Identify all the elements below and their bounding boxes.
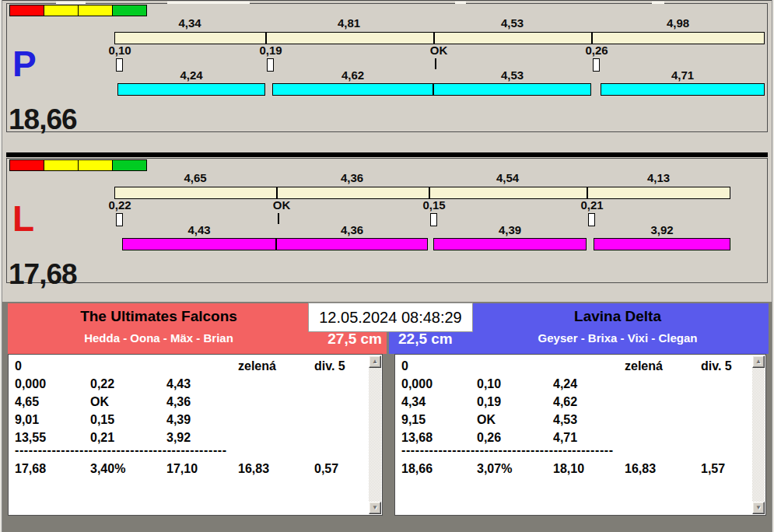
table-cell: zelená	[238, 359, 276, 373]
table-cell: div. 5	[701, 359, 732, 373]
table-cell: 4,34	[401, 395, 426, 409]
lane-divider	[6, 152, 768, 157]
window-chrome-fragment	[455, 2, 466, 4]
lane-bars: 4,654,364,544,130,22OK0,150,214,434,364,…	[7, 159, 767, 282]
window-frame-left	[0, 0, 2, 532]
start-delay-label: 0,10	[96, 44, 143, 56]
result-table: 0zelenádiv. 50,0000,224,434,65OK4,369,01…	[9, 355, 368, 515]
window-chrome-fragment	[167, 2, 250, 4]
dog-time-bar	[117, 83, 265, 96]
window-chrome	[0, 0, 774, 3]
summary-cell: 0,57	[314, 462, 338, 476]
start-delay-label: OK	[415, 44, 462, 56]
table-cell: 4,39	[166, 413, 191, 427]
dog-time-label: 4,71	[601, 69, 765, 81]
dog-time-bar	[122, 238, 276, 250]
summary-cell: 1,57	[701, 462, 725, 476]
start-delay-label: 0,19	[247, 44, 294, 56]
table-cell: 0,000	[401, 377, 433, 391]
results-table-panel: 0zelenádiv. 50,0000,104,244,340,194,629,…	[394, 354, 766, 516]
table-cell: 0,15	[90, 413, 114, 427]
results-table-panel: 0zelenádiv. 50,0000,224,434,65OK4,369,01…	[8, 354, 383, 516]
jump-height-badge: 27,5 cm	[327, 331, 382, 348]
split-time-label: 4,13	[587, 172, 730, 184]
lane-letter: L	[12, 201, 34, 236]
split-progress-bar	[114, 32, 765, 44]
dog-time-bar	[433, 83, 591, 96]
split-time-label: 4,81	[265, 17, 433, 29]
dog-time-bar	[272, 83, 433, 96]
summary-cell: 17,68	[15, 462, 46, 476]
results-area: The Ultimates Falcons Hedda - Oona - Mäx…	[0, 302, 774, 532]
scroll-up-button[interactable]: ▲	[752, 355, 765, 368]
dog-time-label: 4,36	[276, 224, 428, 236]
table-cell: 4,36	[166, 395, 191, 409]
ok-marker	[278, 213, 279, 224]
start-delay-label: OK	[258, 199, 305, 211]
split-time-label: 4,98	[591, 17, 765, 29]
start-delay-label: 0,26	[573, 44, 620, 56]
vertical-scrollbar[interactable]: ▲ ▼	[752, 355, 765, 514]
table-cell: 4,24	[553, 377, 577, 391]
table-cell: 0,22	[90, 377, 114, 391]
start-delay-label: 0,21	[569, 199, 615, 211]
vertical-scrollbar[interactable]: ▲ ▼	[369, 355, 381, 514]
table-cell: 4,71	[553, 431, 577, 445]
ok-marker	[435, 58, 436, 69]
table-cell: 0,21	[90, 431, 114, 445]
split-tick	[276, 187, 278, 198]
dog-time-label: 4,24	[117, 69, 265, 81]
window-chrome-fragment	[652, 2, 664, 4]
summary-cell: 18,66	[401, 462, 433, 476]
table-cell: 0,19	[477, 395, 501, 409]
table-cell: 4,62	[553, 395, 577, 409]
scroll-up-button[interactable]: ▲	[369, 355, 381, 368]
lane-panel-l: L 4,654,364,544,130,22OK0,150,214,434,36…	[6, 158, 768, 283]
dog-time-bar	[276, 238, 428, 250]
table-cell: 0,26	[477, 431, 501, 445]
split-time-label: 4,34	[114, 17, 265, 29]
dog-time-label: 4,53	[433, 69, 591, 81]
split-time-label: 4,53	[433, 17, 591, 29]
split-tick	[587, 187, 588, 198]
summary-cell: 17,10	[166, 462, 198, 476]
table-cell: OK	[477, 413, 496, 427]
lane-total-time: 18,66	[9, 105, 77, 134]
table-separator: ----------------------------------------…	[15, 443, 227, 457]
result-table: 0zelenádiv. 50,0000,104,244,340,194,629,…	[395, 355, 751, 515]
split-progress-bar	[114, 187, 730, 199]
start-delay-label: 0,15	[411, 199, 457, 211]
dog-time-bar	[601, 83, 765, 96]
split-tick	[265, 33, 267, 44]
table-cell: div. 5	[314, 359, 345, 373]
scroll-down-button[interactable]: ▼	[752, 502, 765, 514]
lane-panel-p: P 4,344,814,534,980,100,19OK0,264,244,62…	[6, 3, 768, 132]
summary-cell: 16,83	[238, 462, 269, 476]
scroll-down-button[interactable]: ▼	[369, 502, 381, 514]
table-cell: 13,55	[15, 431, 46, 445]
table-cell: 3,92	[166, 431, 191, 445]
table-cell: 0	[15, 359, 22, 373]
jump-height-badge: 22,5 cm	[398, 331, 453, 348]
table-cell: 0,10	[477, 377, 501, 391]
table-separator: ----------------------------------------…	[401, 443, 614, 457]
app-window: P 4,344,814,534,980,100,19OK0,264,244,62…	[0, 0, 774, 532]
split-tick	[429, 187, 430, 198]
split-time-label: 4,65	[114, 172, 276, 184]
table-cell: 9,01	[15, 413, 39, 427]
team-members: Hedda - Oona - Mäx - Brian	[8, 331, 310, 345]
table-cell: 13,68	[401, 431, 433, 445]
summary-cell: 18,10	[553, 462, 584, 476]
split-time-label: 4,54	[429, 172, 587, 184]
table-cell: 0,000	[15, 377, 46, 391]
table-cell: zelená	[625, 359, 663, 373]
dog-time-label: 4,62	[272, 69, 433, 81]
table-cell: OK	[90, 395, 109, 409]
split-time-label: 4,36	[276, 172, 428, 184]
lane-letter: P	[12, 46, 37, 82]
window-chrome-fragment	[56, 2, 86, 4]
dog-time-label: 4,43	[122, 224, 276, 236]
lane-bars: 4,344,814,534,980,100,19OK0,264,244,624,…	[7, 4, 767, 131]
summary-cell: 3,07%	[477, 462, 512, 476]
table-cell: 9,15	[401, 413, 426, 427]
